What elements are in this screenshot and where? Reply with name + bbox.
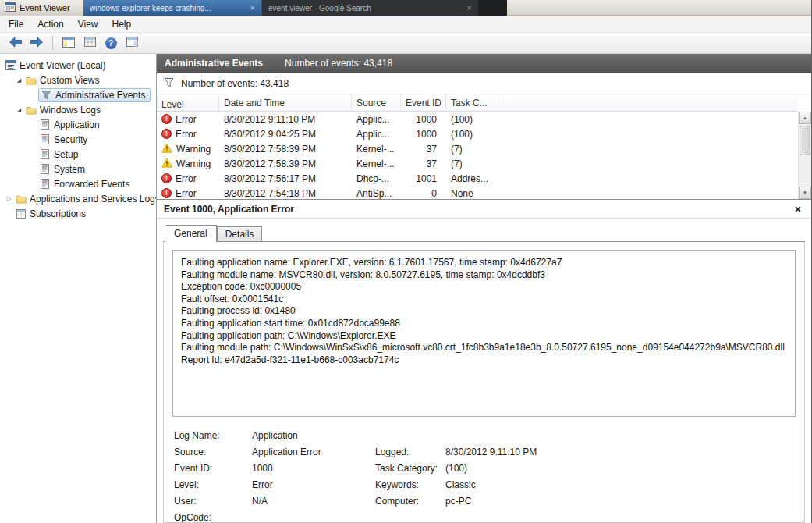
cell-level: Error [176,173,197,184]
sidebar-item-windows-logs[interactable]: ◢ Windows Logs [0,102,156,117]
property-row: User: N/A Computer: pc-PC [174,493,796,509]
console-tree: Event Viewer (Local) ◢ Custom Views Admi… [0,54,157,523]
menu-file[interactable]: File [2,16,30,32]
tab-general[interactable]: General [165,225,217,242]
table-row[interactable]: !Error 8/30/2012 7:56:17 PM Dhcp-... 100… [157,171,798,186]
event-viewer-window: windows explorer keeps crashing... × eve… [0,0,812,523]
tree-label: Application [51,119,102,131]
action-pane-icon [126,37,138,49]
cell-task: (7) [446,158,502,169]
export-list-button[interactable] [80,34,99,52]
table-row[interactable]: Warning 8/30/2012 7:58:39 PM Kernel-... … [157,156,798,171]
column-header-event-id[interactable]: Event ID [401,94,446,112]
help-button[interactable]: ? [101,34,120,52]
cell-event-id: 1001 [401,173,446,184]
property-row: Level: Error Keywords: Classic [174,476,796,493]
action-pane-button[interactable] [122,34,141,52]
collapse-icon[interactable]: ▷ [4,195,14,202]
cell-datetime: 8/30/2012 9:11:10 PM [219,114,352,125]
property-label: Logged: [375,447,445,457]
error-icon: ! [161,129,172,139]
menu-help[interactable]: Help [105,16,139,32]
vertical-scrollbar[interactable]: ▲ ▼ [798,112,811,199]
results-pane: Number of events: 43,418 Level Date and … [157,73,811,523]
expand-icon[interactable]: ◢ [14,107,24,113]
sidebar-item-administrative-events[interactable]: Administrative Events [0,87,156,102]
column-header-source[interactable]: Source [352,94,401,112]
warning-icon [161,158,172,170]
event-count: Number of events: 43,418 [285,58,392,69]
table-row[interactable]: !Error 8/30/2012 9:11:10 PM Applic... 10… [157,112,798,126]
cell-event-id: 37 [401,144,446,155]
description-line: Faulting application name: Explorer.EXE,… [181,257,787,269]
sidebar-item-application[interactable]: Application [0,117,156,132]
menu-view[interactable]: View [71,16,105,32]
menu-action[interactable]: Action [30,16,70,32]
sidebar-item-setup[interactable]: Setup [0,147,156,162]
results-pane-header: Administrative Events Number of events: … [157,54,811,73]
titlebar: windows explorer keeps crashing... × eve… [0,0,811,16]
cell-source: Dhcp-... [352,173,401,184]
property-value: 8/30/2012 9:11:10 PM [445,447,796,457]
property-value: Application Error [252,447,375,457]
app-icon [5,2,16,14]
cell-source: Kernel-... [352,158,401,169]
scroll-down-icon[interactable]: ▼ [799,187,811,199]
table-row[interactable]: Warning 8/30/2012 7:58:39 PM Kernel-... … [157,141,798,156]
show-console-tree-button[interactable] [59,34,78,52]
browser-tab-active[interactable]: windows explorer keeps crashing... × [83,0,261,16]
event-description-box[interactable]: Faulting application name: Explorer.EXE,… [172,250,796,417]
column-header-level[interactable]: Level [157,94,219,112]
column-header-task-category[interactable]: Task C... [446,94,502,112]
filter-icon [40,90,53,100]
tree-label: Custom Views [37,74,101,87]
tree-label: Applications and Services Logs [27,193,156,205]
log-icon [38,164,51,174]
tab-close-icon[interactable]: × [250,3,255,12]
property-label: Keywords: [375,479,445,490]
tab-details[interactable]: Details [217,226,263,241]
column-header-date-time[interactable]: Date and Time [219,94,352,112]
browser-tab-background[interactable]: event viewer - Google Search × [261,0,478,16]
property-label: Level: [174,479,252,490]
property-value: Application [252,430,375,441]
sidebar-item-security[interactable]: Security [0,132,156,147]
property-row: Log Name: Application [174,427,796,443]
filter-summary-row[interactable]: Number of events: 43,418 [157,73,811,94]
sidebar-item-applications-and-services-logs[interactable]: ▷ Applications and Services Logs [0,191,156,206]
expand-icon[interactable]: ◢ [14,77,24,84]
tree-label: Subscriptions [27,208,88,220]
sidebar-item-forwarded-events[interactable]: Forwarded Events [0,176,156,191]
folder-icon [14,194,27,204]
table-row[interactable]: !Error 8/30/2012 9:04:25 PM Applic... 10… [157,126,798,141]
folder-icon [24,105,37,115]
property-value: (100) [445,463,796,474]
property-row: Event ID: 1000 Task Category: (100) [174,460,796,476]
table-row[interactable]: !Error 8/30/2012 7:54:18 PM AntiSp... 0 … [157,186,798,199]
cell-source: Applic... [352,114,401,125]
window-title-fragment[interactable]: Event Viewer [0,0,83,16]
page-title: Administrative Events [165,58,263,69]
property-label: Computer: [375,496,445,507]
table-body: !Error 8/30/2012 9:11:10 PM Applic... 10… [157,112,798,199]
funnel-icon [164,77,174,90]
tree-root-event-viewer-local[interactable]: Event Viewer (Local) [0,58,156,73]
cell-task: (7) [446,144,502,155]
subscriptions-icon [14,209,27,219]
property-label: Log Name: [174,430,252,441]
property-value: Error [252,479,375,490]
scroll-up-icon[interactable]: ▲ [799,112,811,124]
property-value: 1000 [252,463,375,474]
scrollbar-track[interactable] [799,124,811,187]
close-icon[interactable]: × [792,203,804,215]
cell-level: Warning [176,144,211,155]
sidebar-item-custom-views[interactable]: ◢ Custom Views [0,73,156,87]
cell-event-id: 0 [401,188,446,199]
browser-tab-label: windows explorer keeps crashing... [90,4,244,12]
forward-button[interactable] [27,34,46,52]
tab-close-icon[interactable]: × [467,3,472,12]
sidebar-item-subscriptions[interactable]: Subscriptions [0,206,156,221]
sidebar-item-system[interactable]: System [0,162,156,176]
back-button[interactable] [6,34,25,52]
scrollbar-thumb[interactable] [800,126,810,155]
